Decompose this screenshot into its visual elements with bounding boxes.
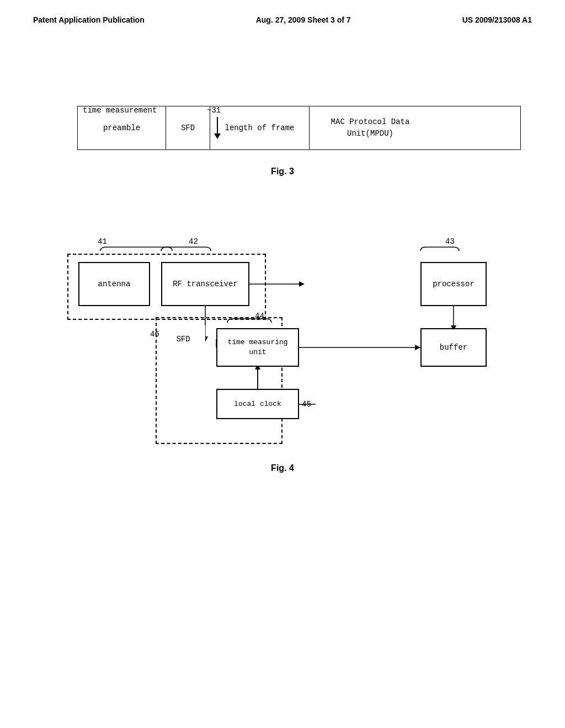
- time-measurement-label: time measurement: [83, 106, 157, 115]
- svg-marker-3: [415, 345, 420, 350]
- arrow-line: [217, 117, 218, 133]
- label-42: 42: [189, 237, 198, 246]
- box-local-clock: local clock: [216, 389, 299, 419]
- fig3-diagram: time measurement ~31 preamble SFD length…: [77, 106, 521, 150]
- header-left: Patent Application Publication: [33, 15, 145, 24]
- box-time-measuring: time measuringunit: [216, 328, 299, 367]
- arrow-head: [214, 133, 221, 139]
- box-antenna: antenna: [78, 262, 150, 306]
- svg-marker-1: [299, 281, 305, 287]
- fig4-section: 41 42 43 44 45 46 antenna RF transceiver…: [0, 199, 565, 495]
- page-header: Patent Application Publication Aug. 27, …: [0, 0, 565, 35]
- box-rf-transceiver: RF transceiver: [161, 262, 249, 306]
- cell-mac: MAC Protocol DataUnit(MPDU): [310, 106, 431, 149]
- fig4-diagram: 41 42 43 44 45 46 antenna RF transceiver…: [67, 221, 498, 452]
- cell-sfd: SFD: [166, 106, 210, 149]
- header-center: Aug. 27, 2009 Sheet 3 of 7: [256, 15, 351, 24]
- fig4-caption: Fig. 4: [44, 463, 521, 473]
- box-buffer: buffer: [420, 328, 487, 367]
- cell-length-of-frame: length of frame: [210, 106, 310, 149]
- box-sfd: SFD: [161, 325, 205, 353]
- label-45: 45: [302, 400, 311, 409]
- arrow-down: [214, 117, 221, 139]
- fig3-caption: Fig. 3: [44, 167, 521, 176]
- box-processor: processor: [420, 262, 487, 306]
- label-43: 43: [445, 237, 455, 246]
- fig3-section: time measurement ~31 preamble SFD length…: [0, 35, 565, 199]
- header-right: US 2009/213008 A1: [462, 15, 532, 24]
- label-41: 41: [98, 237, 107, 246]
- arrow-label-31: ~31: [207, 106, 221, 115]
